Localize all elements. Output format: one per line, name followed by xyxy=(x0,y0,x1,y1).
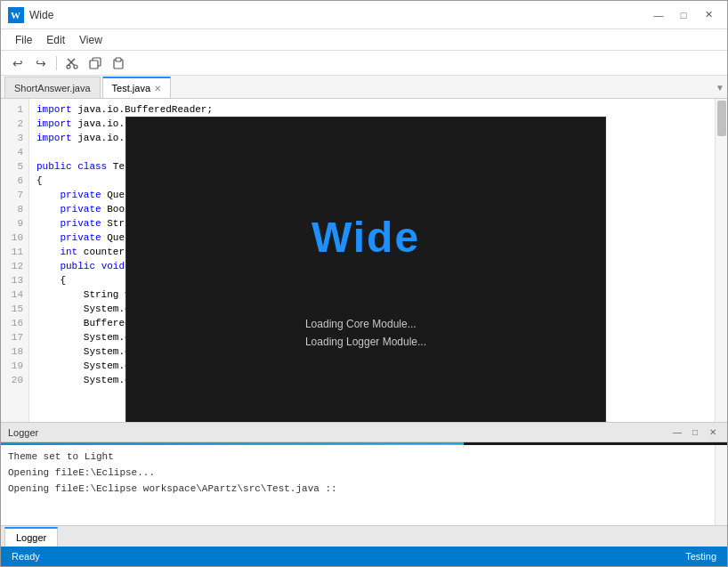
log-line-2: Opening fileE:\Eclipse... xyxy=(8,465,708,481)
logger-header: Logger — □ ✕ xyxy=(1,423,727,442)
line-num: 15 xyxy=(1,302,23,316)
svg-rect-7 xyxy=(90,61,98,69)
code-line-1: import java.io.BufferedReader; xyxy=(36,102,708,117)
line-num: 20 xyxy=(1,373,23,387)
line-num: 6 xyxy=(1,174,23,188)
line-num: 7 xyxy=(1,188,23,202)
line-num: 16 xyxy=(1,316,23,330)
maximize-button[interactable]: □ xyxy=(672,5,695,25)
bottom-tabs: Logger xyxy=(1,525,727,547)
status-right: Testing xyxy=(685,551,716,562)
menu-bar: File Edit View xyxy=(1,29,727,51)
line-num: 9 xyxy=(1,216,23,231)
logger-minimize-btn[interactable]: — xyxy=(670,425,684,440)
editor-scrollbar[interactable] xyxy=(715,99,727,422)
line-numbers: 1 2 3 4 5 6 7 8 9 10 11 12 13 14 15 16 1… xyxy=(1,99,29,422)
logger-panel: Logger — □ ✕ Theme set to Light Opening … xyxy=(1,422,727,547)
splash-loading: Loading Core Module... Loading Logger Mo… xyxy=(305,315,426,351)
svg-point-4 xyxy=(67,65,70,69)
tabs-row: ShortAnswer.java Test.java ✕ ▼ xyxy=(1,76,727,99)
line-num: 13 xyxy=(1,273,23,288)
line-num: 3 xyxy=(1,131,23,145)
tab-close-icon[interactable]: ✕ xyxy=(154,84,161,93)
log-line-3: Opening fileE:\Eclipse workspace\APartz\… xyxy=(8,481,708,497)
main-area: 1 2 3 4 5 6 7 8 9 10 11 12 13 14 15 16 1… xyxy=(1,99,727,422)
logger-body: Theme set to Light Opening fileE:\Eclips… xyxy=(1,445,727,525)
logger-scrollbar[interactable] xyxy=(715,445,727,525)
line-num: 14 xyxy=(1,288,23,302)
line-num: 11 xyxy=(1,245,23,259)
menu-file[interactable]: File xyxy=(8,32,39,48)
line-num: 10 xyxy=(1,231,23,245)
app-icon: W xyxy=(8,7,24,23)
window-title: Wide xyxy=(29,9,647,21)
copy-button[interactable] xyxy=(85,53,105,73)
toolbar-separator xyxy=(56,56,57,70)
status-bar: Ready Testing xyxy=(1,547,727,566)
window-controls: — □ ✕ xyxy=(647,5,720,25)
line-num: 2 xyxy=(1,117,23,131)
minimize-button[interactable]: — xyxy=(647,5,670,25)
logger-close-btn[interactable]: ✕ xyxy=(706,425,720,440)
bottom-tab-logger[interactable]: Logger xyxy=(4,527,58,547)
line-num: 12 xyxy=(1,259,23,273)
svg-rect-9 xyxy=(116,58,121,61)
tabs-scroll[interactable]: ▼ xyxy=(713,77,727,98)
line-num: 5 xyxy=(1,159,23,174)
splash-loading-line-1: Loading Core Module... xyxy=(305,315,426,333)
svg-text:W: W xyxy=(11,10,20,20)
progress-blue xyxy=(1,442,464,444)
line-num: 18 xyxy=(1,344,23,359)
menu-view[interactable]: View xyxy=(72,32,109,48)
splash-title: Wide xyxy=(311,213,420,262)
line-num: 4 xyxy=(1,145,23,159)
cut-button[interactable] xyxy=(62,53,82,73)
undo-button[interactable]: ↩ xyxy=(8,53,28,73)
tab-shortanswer-label: ShortAnswer.java xyxy=(14,83,91,93)
logger-content: Theme set to Light Opening fileE:\Eclips… xyxy=(1,445,715,525)
tab-shortanswer[interactable]: ShortAnswer.java xyxy=(4,77,101,98)
splash-screen: Wide Loading Core Module... Loading Logg… xyxy=(125,117,606,422)
log-line-1: Theme set to Light xyxy=(8,449,708,465)
status-left: Ready xyxy=(12,551,40,562)
menu-edit[interactable]: Edit xyxy=(39,32,72,48)
line-num: 1 xyxy=(1,102,23,117)
svg-point-5 xyxy=(74,65,77,69)
logger-title: Logger xyxy=(8,427,38,438)
logger-maximize-btn[interactable]: □ xyxy=(688,425,702,440)
line-num: 17 xyxy=(1,330,23,344)
logger-controls: — □ ✕ xyxy=(670,425,720,440)
bottom-tab-logger-label: Logger xyxy=(16,532,46,543)
toolbar: ↩ ↪ xyxy=(1,51,727,76)
splash-loading-line-2: Loading Logger Module... xyxy=(305,333,426,351)
line-num: 19 xyxy=(1,359,23,373)
line-num: 8 xyxy=(1,202,23,216)
close-button[interactable]: ✕ xyxy=(697,5,720,25)
tab-testjava[interactable]: Test.java ✕ xyxy=(102,77,171,98)
scrollbar-thumb xyxy=(717,101,726,136)
paste-button[interactable] xyxy=(109,53,128,73)
tab-testjava-label: Test.java xyxy=(112,83,150,93)
main-window: W Wide — □ ✕ File Edit View ↩ ↪ xyxy=(0,0,728,567)
redo-button[interactable]: ↪ xyxy=(31,53,51,73)
progress-strip xyxy=(1,442,727,445)
title-bar: W Wide — □ ✕ xyxy=(1,1,727,29)
